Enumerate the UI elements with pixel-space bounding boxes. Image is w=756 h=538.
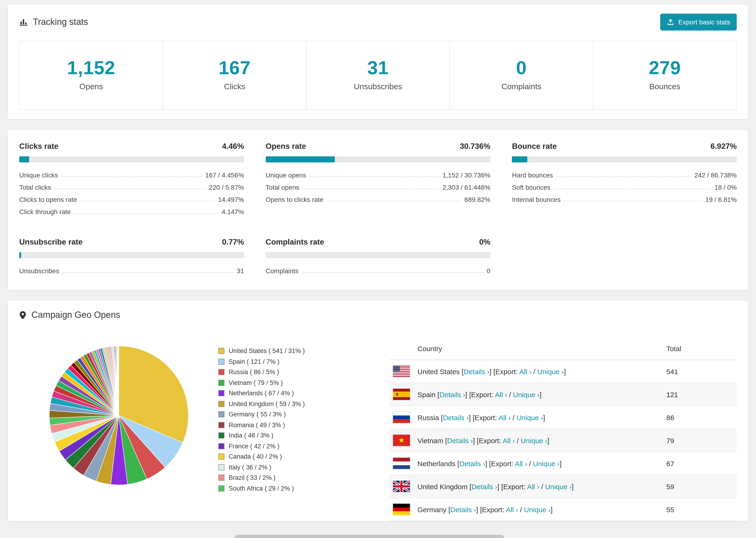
table-row: United Kingdom [Details ›] [Export: All … bbox=[389, 475, 737, 498]
country-name: Russia bbox=[417, 413, 439, 421]
table-row: Germany [Details ›] [Export: All › / Uni… bbox=[389, 498, 737, 521]
metric-value: 220 / 5.87% bbox=[209, 184, 244, 191]
campaign-geo-opens-card: Campaign Geo Opens United States ( 541 /… bbox=[8, 300, 748, 521]
geo-opens-title: Campaign Geo Opens bbox=[19, 310, 120, 320]
country-flag-icon-us bbox=[393, 366, 410, 377]
table-row: Russia [Details ›] [Export: All › / Uniq… bbox=[389, 406, 737, 429]
export-unique-link[interactable]: Unique › bbox=[516, 413, 543, 421]
rate-title: Opens rate bbox=[266, 142, 306, 151]
legend-label: Canada ( 40 / 2% ) bbox=[229, 453, 282, 460]
legend-item[interactable]: Spain ( 121 / 7% ) bbox=[218, 358, 389, 365]
legend-item[interactable]: United States ( 541 / 31% ) bbox=[218, 348, 389, 354]
dotted-leader bbox=[302, 272, 483, 273]
dotted-leader bbox=[80, 201, 215, 201]
legend-item[interactable]: France ( 42 / 2% ) bbox=[218, 443, 389, 450]
country-flag-icon-nl bbox=[393, 458, 410, 469]
metric-label: Total opens bbox=[266, 184, 299, 191]
export-unique-link[interactable]: Unique › bbox=[537, 367, 564, 375]
table-row: Vietnam [Details ›] [Export: All › / Uni… bbox=[389, 429, 737, 452]
legend-item[interactable]: India ( 46 / 3% ) bbox=[218, 432, 389, 439]
column-header-total: Total bbox=[666, 337, 737, 360]
legend-item[interactable]: Canada ( 40 / 2% ) bbox=[218, 453, 389, 460]
export-all-link[interactable]: All › bbox=[495, 390, 507, 398]
export-all-link[interactable]: All › bbox=[519, 367, 531, 375]
details-link[interactable]: Details › bbox=[447, 436, 473, 444]
table-row: Spain [Details ›] [Export: All › / Uniqu… bbox=[389, 383, 737, 406]
export-unique-link[interactable]: Unique › bbox=[545, 482, 572, 490]
metric-value: 242 / 86.738% bbox=[694, 171, 737, 179]
geo-table: Country Total United States [Details ›] … bbox=[389, 337, 737, 521]
progress-bar-fill bbox=[512, 156, 527, 162]
stat-box: 1,152 Opens bbox=[20, 41, 163, 109]
stat-label: Bounces bbox=[593, 82, 736, 91]
legend-swatch bbox=[218, 358, 225, 364]
export-all-link[interactable]: All › bbox=[499, 413, 511, 421]
export-all-link[interactable]: All › bbox=[527, 482, 539, 490]
metric-row: Total opens2,303 / 61.446% bbox=[266, 181, 490, 193]
export-basic-stats-button[interactable]: Export basic stats bbox=[660, 14, 737, 30]
map-pin-icon bbox=[19, 310, 26, 319]
country-flag-icon-de bbox=[393, 504, 410, 515]
legend-item[interactable]: South Africa ( 29 / 2% ) bbox=[218, 485, 389, 492]
rate-percentage: 0% bbox=[479, 238, 490, 246]
country-name: Spain bbox=[417, 390, 436, 398]
legend-item[interactable]: Brazil ( 33 / 2% ) bbox=[218, 474, 389, 481]
legend-swatch bbox=[218, 422, 225, 428]
export-unique-link[interactable]: Unique › bbox=[521, 436, 547, 444]
details-link[interactable]: Details › bbox=[439, 390, 465, 398]
details-link[interactable]: Details › bbox=[450, 506, 476, 513]
geo-opens-pie-chart[interactable] bbox=[46, 343, 191, 488]
export-all-link[interactable]: All › bbox=[503, 436, 515, 444]
progress-bar bbox=[266, 156, 490, 162]
progress-bar bbox=[512, 156, 737, 162]
legend-item[interactable]: Germany ( 55 / 3% ) bbox=[218, 411, 389, 418]
country-name: Netherlands bbox=[417, 459, 456, 467]
details-link[interactable]: Details › bbox=[471, 482, 497, 490]
country-total: 67 bbox=[666, 452, 737, 475]
legend-item[interactable]: Netherlands ( 67 / 4% ) bbox=[218, 390, 389, 397]
details-link[interactable]: Details › bbox=[443, 413, 469, 421]
legend-item[interactable]: Vietnam ( 79 / 5% ) bbox=[218, 379, 389, 386]
legend-item[interactable]: United Kingdom ( 59 / 3% ) bbox=[218, 400, 389, 407]
stat-value: 1,152 bbox=[20, 57, 163, 79]
country-total: 121 bbox=[666, 383, 737, 406]
export-button-label: Export basic stats bbox=[678, 18, 730, 26]
stats-summary-row: 1,152 Opens 167 Clicks 31 Unsubscribes 0… bbox=[19, 41, 737, 110]
stat-value: 0 bbox=[450, 57, 593, 79]
legend-label: Germany ( 55 / 3% ) bbox=[229, 411, 286, 418]
legend-label: United Kingdom ( 59 / 3% ) bbox=[229, 400, 305, 407]
legend-item[interactable]: Russia ( 86 / 5% ) bbox=[218, 368, 389, 376]
export-unique-link[interactable]: Unique › bbox=[533, 459, 560, 467]
page: Tracking stats Export basic stats 1,152 … bbox=[0, 4, 756, 538]
export-icon bbox=[667, 18, 674, 26]
legend-swatch bbox=[218, 443, 225, 449]
rate-title: Complaints rate bbox=[266, 238, 324, 246]
dotted-leader bbox=[556, 177, 691, 177]
rates-grid: Clicks rate 4.46% Unique clicks167 / 4.4… bbox=[19, 139, 737, 281]
country-name: Vietnam bbox=[417, 436, 443, 444]
legend-label: Spain ( 121 / 7% ) bbox=[229, 358, 279, 365]
export-unique-link[interactable]: Unique › bbox=[513, 390, 540, 398]
pie-slice[interactable] bbox=[119, 346, 119, 415]
export-all-link[interactable]: All › bbox=[506, 506, 518, 513]
legend-label: France ( 42 / 2% ) bbox=[229, 443, 279, 450]
metric-value: 19 / 6.81% bbox=[705, 196, 737, 203]
legend-label: India ( 46 / 3% ) bbox=[229, 432, 274, 439]
legend-swatch bbox=[218, 464, 225, 470]
legend-item[interactable]: Italy ( 36 / 2% ) bbox=[218, 463, 389, 471]
country-name: United States bbox=[417, 367, 460, 375]
rate-block: Bounce rate 6.927% Hard bounces242 / 86.… bbox=[512, 142, 737, 218]
export-all-link[interactable]: All › bbox=[515, 459, 527, 467]
details-link[interactable]: Details › bbox=[464, 367, 490, 375]
legend-item[interactable]: Romania ( 49 / 3% ) bbox=[218, 421, 389, 428]
horizontal-scrollbar-thumb[interactable] bbox=[235, 535, 504, 538]
stat-value: 31 bbox=[307, 57, 450, 79]
progress-bar bbox=[19, 252, 244, 258]
export-unique-link[interactable]: Unique › bbox=[524, 506, 551, 513]
rate-percentage: 30.736% bbox=[460, 142, 490, 151]
country-name: United Kingdom bbox=[417, 482, 467, 490]
rates-card: Clicks rate 4.46% Unique clicks167 / 4.4… bbox=[8, 129, 748, 291]
rate-block: Opens rate 30.736% Unique opens1,152 / 3… bbox=[266, 142, 490, 218]
details-link[interactable]: Details › bbox=[459, 459, 485, 467]
dotted-leader bbox=[303, 189, 439, 189]
